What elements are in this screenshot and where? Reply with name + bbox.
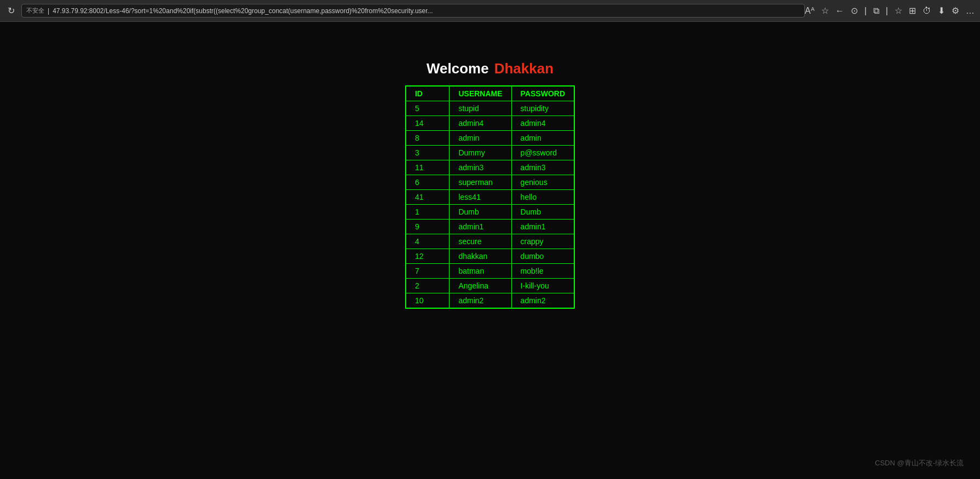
main-content: Welcome Dhakkan ID USERNAME PASSWORD 5st… <box>0 22 980 309</box>
cell-id: 5 <box>406 101 449 116</box>
cell-username: Angelina <box>449 279 511 293</box>
cell-password: Dumb <box>511 205 574 220</box>
table-row: 14admin4admin4 <box>406 116 574 131</box>
browser-chrome: ↻ 不安全 | 47.93.79.92:8002/Less-46/?sort=1… <box>0 0 980 22</box>
table-row: 10admin2admin2 <box>406 293 574 309</box>
reader-mode-icon[interactable]: Aᴬ <box>805 5 815 16</box>
divider-2: | <box>886 6 888 16</box>
cell-password: crappy <box>511 234 574 249</box>
watermark: CSDN @青山不改-绿水长流 <box>875 458 964 468</box>
table-row: 8adminadmin <box>406 131 574 146</box>
browser-right-icons: Aᴬ ☆ ← ⊙ | ⧉ | ☆ ⊞ ⏱ ⬇ ⚙ … <box>805 5 975 16</box>
history-icon[interactable]: ⊙ <box>851 5 858 16</box>
cell-id: 1 <box>406 205 449 220</box>
table-row: 11admin3admin3 <box>406 160 574 175</box>
cell-id: 4 <box>406 234 449 249</box>
extensions-icon[interactable]: ⚙ <box>952 5 959 16</box>
cell-username: batman <box>449 264 511 279</box>
col-header-username: USERNAME <box>449 86 511 101</box>
cell-username: secure <box>449 234 511 249</box>
cell-username: less41 <box>449 190 511 205</box>
address-bar[interactable]: 不安全 | 47.93.79.92:8002/Less-46/?sort=1%2… <box>21 4 805 18</box>
browser-controls: ↻ 不安全 | 47.93.79.92:8002/Less-46/?sort=1… <box>5 3 805 18</box>
cell-password: mob!le <box>511 264 574 279</box>
download-icon[interactable]: ⬇ <box>938 5 945 16</box>
table-row: 6supermangenious <box>406 175 574 190</box>
cell-id: 2 <box>406 279 449 293</box>
table-row: 2AngelinaI-kill-you <box>406 279 574 293</box>
collections-icon[interactable]: ⊞ <box>909 5 916 16</box>
table-row: 12dhakkandumbo <box>406 249 574 264</box>
cell-password: stupidity <box>511 101 574 116</box>
cell-username: stupid <box>449 101 511 116</box>
favorites-icon[interactable]: ☆ <box>895 5 902 16</box>
cell-username: Dummy <box>449 146 511 160</box>
cell-username: superman <box>449 175 511 190</box>
cell-password: genious <box>511 175 574 190</box>
cell-username: admin <box>449 131 511 146</box>
cell-username: admin3 <box>449 160 511 175</box>
cell-username: Dumb <box>449 205 511 220</box>
table-row: 5stupidstupidity <box>406 101 574 116</box>
table-row: 41less41hello <box>406 190 574 205</box>
cell-username: admin1 <box>449 220 511 234</box>
more-icon[interactable]: … <box>966 6 975 16</box>
cell-password: admin1 <box>511 220 574 234</box>
cell-id: 14 <box>406 116 449 131</box>
table-row: 4securecrappy <box>406 234 574 249</box>
col-header-id: ID <box>406 86 449 101</box>
cell-password: p@ssword <box>511 146 574 160</box>
cell-id: 10 <box>406 293 449 309</box>
cell-id: 12 <box>406 249 449 264</box>
cell-username: admin4 <box>449 116 511 131</box>
cell-password: admin4 <box>511 116 574 131</box>
url-separator: | <box>48 7 49 15</box>
back-icon[interactable]: ← <box>835 6 844 16</box>
history2-icon[interactable]: ⏱ <box>923 6 931 16</box>
cell-id: 6 <box>406 175 449 190</box>
table-header-row: ID USERNAME PASSWORD <box>406 86 574 101</box>
table-row: 1DumbDumb <box>406 205 574 220</box>
cell-id: 3 <box>406 146 449 160</box>
welcome-label: Welcome <box>426 60 489 77</box>
url-text: 47.93.79.92:8002/Less-46/?sort=1%20and%2… <box>53 7 433 15</box>
cell-username: dhakkan <box>449 249 511 264</box>
table-row: 3Dummyp@ssword <box>406 146 574 160</box>
cell-id: 9 <box>406 220 449 234</box>
cell-password: hello <box>511 190 574 205</box>
cell-id: 11 <box>406 160 449 175</box>
bookmark-icon[interactable]: ☆ <box>821 5 829 16</box>
cell-id: 7 <box>406 264 449 279</box>
table-row: 7batmanmob!le <box>406 264 574 279</box>
cell-username: admin2 <box>449 293 511 309</box>
welcome-header: Welcome Dhakkan <box>426 60 554 77</box>
cell-password: dumbo <box>511 249 574 264</box>
refresh-button[interactable]: ↻ <box>5 3 17 18</box>
cell-id: 8 <box>406 131 449 146</box>
divider-1: | <box>864 6 867 16</box>
cell-password: I-kill-you <box>511 279 574 293</box>
col-header-password: PASSWORD <box>511 86 574 101</box>
split-view-icon[interactable]: ⧉ <box>873 6 879 16</box>
table-row: 9admin1admin1 <box>406 220 574 234</box>
cell-password: admin2 <box>511 293 574 309</box>
security-warning: 不安全 <box>26 7 44 15</box>
welcome-username: Dhakkan <box>494 60 554 77</box>
cell-id: 41 <box>406 190 449 205</box>
cell-password: admin <box>511 131 574 146</box>
credentials-table: ID USERNAME PASSWORD 5stupidstupidity14a… <box>405 85 575 309</box>
cell-password: admin3 <box>511 160 574 175</box>
